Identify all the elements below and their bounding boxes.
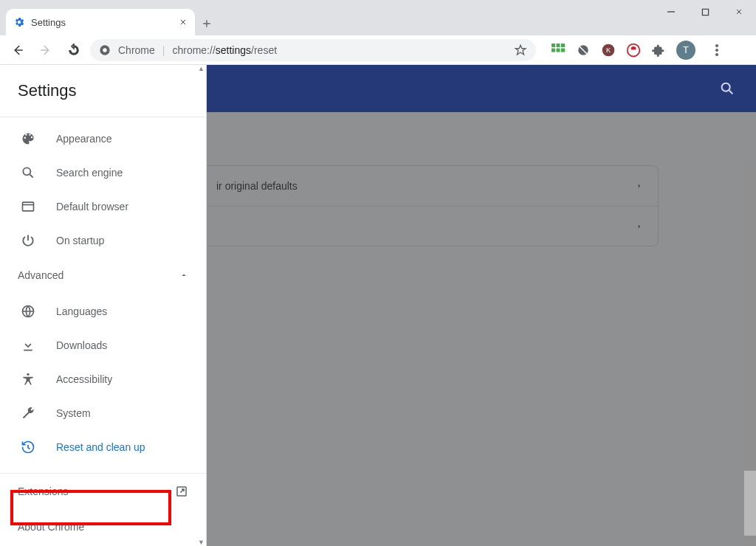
back-button[interactable] (6, 38, 30, 62)
profile-avatar[interactable]: T (676, 41, 695, 60)
svg-rect-4 (557, 44, 560, 47)
sidebar-item-label: Accessibility (56, 373, 112, 385)
sidebar-item-accessibility[interactable]: Accessibility (0, 362, 206, 396)
sidebar-title: Settings (0, 65, 206, 117)
content-scrollbar-thumb[interactable] (744, 471, 756, 536)
browser-tab-settings[interactable]: Settings (6, 9, 195, 35)
svg-point-13 (715, 44, 718, 47)
sidebar-item-label: Downloads (56, 339, 107, 351)
omnibox-origin-label: Chrome (118, 44, 155, 56)
open-external-icon (175, 485, 188, 498)
svg-point-16 (23, 167, 30, 175)
accessibility-icon (21, 372, 37, 387)
sidebar-item-label: Default browser (56, 201, 128, 212)
settings-page: ▲ Settings Appearance Search engine Defa… (0, 65, 756, 546)
svg-rect-8 (561, 48, 565, 52)
sidebar-item-label: Languages (56, 305, 107, 317)
svg-point-14 (715, 49, 718, 52)
omnibox-url: chrome://settings/reset (172, 44, 277, 56)
window-close-button[interactable] (722, 0, 756, 24)
browser-toolbar: Chrome | chrome://settings/reset K T (0, 35, 756, 65)
browser-menu-button[interactable] (706, 44, 728, 56)
sidebar-item-label: Reset and clean up (56, 441, 145, 453)
reload-button[interactable] (62, 38, 86, 62)
sidebar-item-default-browser[interactable]: Default browser (0, 190, 206, 224)
power-icon (21, 233, 37, 248)
browser-icon (21, 199, 37, 214)
sidebar-item-label: System (56, 407, 91, 419)
chrome-logo-icon (99, 44, 111, 56)
chevron-up-icon (179, 271, 188, 280)
extensions-label: Extensions (18, 485, 68, 497)
forward-button[interactable] (34, 38, 58, 62)
bookmark-star-icon[interactable] (514, 44, 527, 57)
dimming-overlay (207, 112, 756, 546)
svg-rect-6 (551, 48, 555, 52)
sidebar-item-downloads[interactable]: Downloads (0, 328, 206, 362)
sidebar-list: Appearance Search engine Default browser… (0, 117, 206, 258)
advanced-label: Advanced (18, 269, 63, 281)
sidebar-item-label: On startup (56, 235, 104, 246)
extension-icon-3[interactable]: K (601, 43, 616, 58)
restore-icon (21, 440, 37, 455)
extension-icon-1[interactable] (551, 43, 566, 58)
extensions-puzzle-icon[interactable] (651, 43, 666, 58)
svg-point-19 (27, 373, 29, 376)
extension-icon-2[interactable] (576, 43, 591, 58)
sidebar-item-search-engine[interactable]: Search engine (0, 156, 206, 190)
browser-tab-strip: Settings (0, 0, 756, 35)
window-controls (654, 0, 756, 30)
close-tab-button[interactable] (179, 18, 188, 27)
sidebar-advanced-toggle[interactable]: Advanced (0, 258, 206, 290)
settings-content: ir original defaults (207, 65, 756, 546)
sidebar-item-reset-clean-up[interactable]: Reset and clean up (0, 430, 206, 464)
search-icon[interactable] (719, 80, 735, 97)
sidebar-item-system[interactable]: System (0, 396, 206, 430)
extension-icons: K T (551, 41, 728, 60)
content-body: ir original defaults (207, 112, 756, 546)
sidebar-extensions-link[interactable]: Extensions (0, 474, 206, 509)
svg-rect-3 (551, 44, 555, 47)
sidebar-item-label: Appearance (56, 133, 112, 145)
sidebar-item-languages[interactable]: Languages (0, 294, 206, 328)
window-maximize-button[interactable] (688, 0, 722, 24)
address-bar[interactable]: Chrome | chrome://settings/reset (90, 39, 536, 61)
palette-icon (21, 131, 37, 146)
svg-point-15 (715, 53, 718, 56)
extension-icon-4[interactable] (626, 43, 641, 58)
svg-point-2 (103, 48, 106, 52)
settings-sidebar: ▲ Settings Appearance Search engine Defa… (0, 65, 207, 546)
svg-point-12 (628, 44, 640, 56)
omnibox-divider: | (162, 44, 165, 56)
svg-rect-5 (561, 44, 565, 47)
new-tab-button[interactable] (195, 12, 219, 35)
sidebar-item-label: Search engine (56, 167, 123, 179)
sidebar-about-link[interactable]: About Chrome (0, 509, 206, 545)
sidebar-advanced-list: Languages Downloads Accessibility System… (0, 290, 206, 464)
tab-title: Settings (31, 17, 66, 28)
about-label: About Chrome (18, 521, 84, 533)
gear-icon (13, 16, 25, 28)
globe-icon (21, 304, 37, 319)
download-icon (21, 338, 37, 353)
sidebar-item-appearance[interactable]: Appearance (0, 122, 206, 156)
svg-rect-17 (23, 202, 34, 211)
svg-rect-7 (557, 48, 560, 52)
window-minimize-button[interactable] (654, 0, 688, 24)
svg-text:K: K (606, 46, 611, 54)
svg-point-21 (722, 83, 730, 91)
search-icon (21, 165, 37, 180)
sidebar-scroll-up-icon[interactable]: ▲ (198, 65, 205, 72)
sidebar-scroll-down-icon[interactable]: ▼ (198, 539, 205, 546)
svg-rect-0 (702, 9, 708, 15)
wrench-icon (21, 406, 37, 421)
content-header (207, 65, 756, 112)
sidebar-item-on-startup[interactable]: On startup (0, 224, 206, 258)
